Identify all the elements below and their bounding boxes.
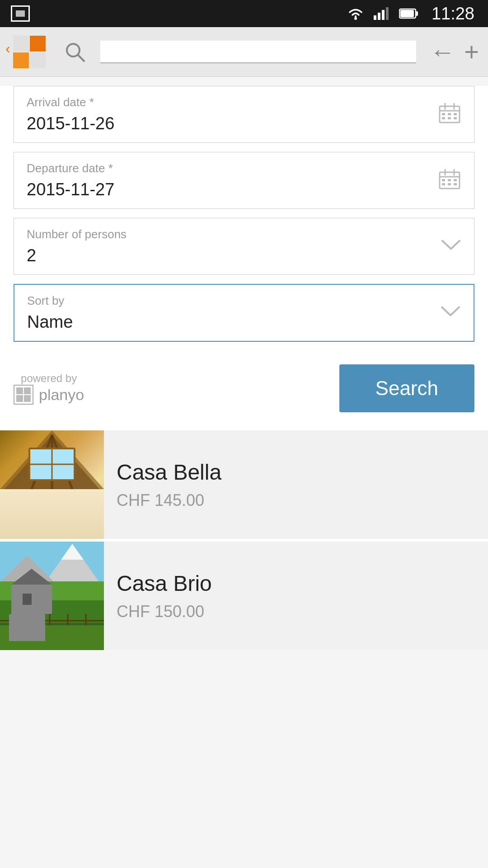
battery-icon	[399, 7, 419, 20]
search-input[interactable]	[100, 41, 416, 63]
svg-rect-38	[18, 500, 86, 507]
main-content: Arrival date * 2015-11-26 Departure date…	[0, 86, 488, 650]
bottom-bar: powered by planyo Search	[0, 351, 488, 430]
svg-rect-47	[23, 594, 32, 605]
departure-date-value: 2015-11-27	[27, 180, 461, 199]
svg-rect-27	[442, 183, 445, 185]
arrival-date-value: 2015-11-26	[27, 114, 461, 133]
logo-back-icon: ‹	[5, 40, 10, 57]
persons-value: 2	[27, 246, 461, 265]
result-item-image	[0, 430, 104, 539]
result-item-price: CHF 145.00	[117, 491, 221, 510]
svg-rect-7	[400, 10, 414, 17]
svg-point-0	[354, 17, 357, 20]
persons-label: Number of persons	[27, 227, 461, 241]
svg-rect-15	[448, 113, 451, 115]
svg-rect-54	[0, 625, 104, 650]
svg-rect-4	[386, 7, 389, 20]
result-item-price: CHF 150.00	[117, 602, 212, 621]
add-button[interactable]: +	[464, 37, 479, 66]
arrival-calendar-icon[interactable]	[438, 102, 461, 127]
back-button[interactable]: ←	[430, 37, 455, 66]
svg-rect-24	[442, 179, 445, 181]
powered-by-text: powered by	[21, 372, 77, 385]
svg-rect-17	[442, 117, 445, 119]
planyo-icon	[14, 385, 33, 405]
result-item-info: Casa Brio CHF 150.00	[104, 542, 225, 650]
screen-indicator	[11, 5, 30, 22]
departure-calendar-icon[interactable]	[438, 168, 461, 193]
svg-rect-14	[442, 113, 445, 115]
nav-bar: ‹ ← +	[0, 27, 488, 77]
wifi-icon	[347, 6, 365, 21]
search-button[interactable]: Search	[339, 364, 474, 412]
result-item-name: Casa Bella	[117, 460, 221, 485]
result-list: Casa Bella CHF 145.00	[0, 430, 488, 650]
status-time: 11:28	[432, 4, 474, 24]
signal-icon	[373, 6, 391, 21]
svg-rect-25	[448, 179, 451, 181]
departure-date-field[interactable]: Departure date * 2015-11-27	[14, 152, 474, 209]
svg-rect-28	[448, 183, 451, 185]
result-item-image	[0, 542, 104, 650]
arrival-date-label: Arrival date *	[27, 95, 461, 109]
status-bar: 11:28	[0, 0, 488, 27]
result-item-info: Casa Bella CHF 145.00	[104, 430, 234, 539]
result-item-name: Casa Brio	[117, 571, 212, 596]
planyo-text: planyo	[39, 386, 84, 404]
departure-date-label: Departure date *	[27, 161, 461, 175]
sort-by-label: Sort by	[27, 294, 461, 308]
search-icon[interactable]	[63, 40, 87, 64]
svg-rect-26	[454, 179, 457, 181]
svg-rect-29	[454, 183, 457, 185]
svg-rect-3	[382, 10, 385, 20]
svg-rect-1	[374, 15, 376, 20]
svg-rect-2	[378, 13, 380, 20]
powered-by-section: powered by planyo	[14, 372, 84, 405]
logo-grid	[13, 36, 46, 68]
svg-rect-18	[448, 117, 451, 119]
sort-by-value: Name	[27, 312, 461, 332]
svg-rect-16	[454, 113, 457, 115]
sort-by-field[interactable]: Sort by Name	[14, 284, 474, 342]
status-icons: 11:28	[347, 4, 474, 24]
svg-rect-19	[454, 117, 457, 119]
persons-field[interactable]: Number of persons 2	[14, 218, 474, 275]
planyo-brand: planyo	[14, 385, 84, 405]
svg-line-9	[78, 55, 84, 61]
persons-chevron-icon[interactable]	[441, 236, 461, 257]
casa-brio-image-svg	[0, 542, 104, 650]
svg-rect-37	[0, 503, 104, 539]
casa-bella-image-svg	[0, 430, 104, 539]
sort-by-chevron-icon[interactable]	[440, 303, 461, 323]
app-logo[interactable]: ‹	[9, 34, 50, 70]
svg-rect-6	[416, 11, 418, 16]
result-item[interactable]: Casa Bella CHF 145.00	[0, 430, 488, 542]
result-item[interactable]: Casa Brio CHF 150.00	[0, 542, 488, 650]
arrival-date-field[interactable]: Arrival date * 2015-11-26	[14, 86, 474, 143]
